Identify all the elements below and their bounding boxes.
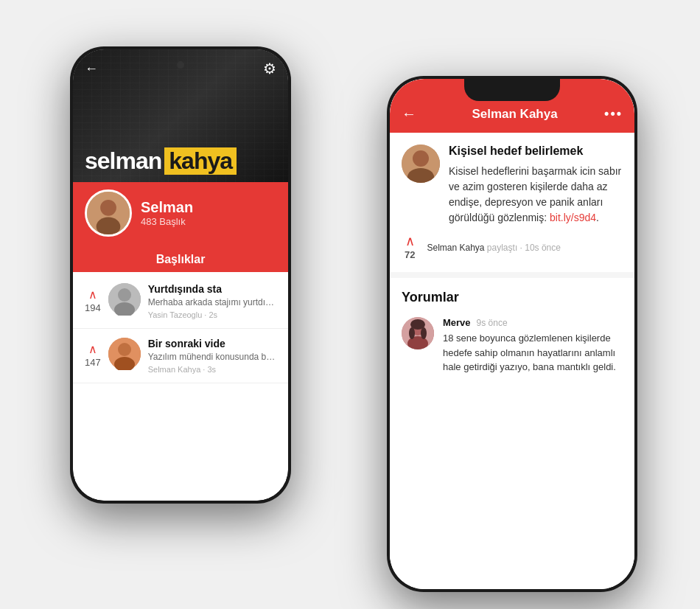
comment-text: 18 sene boyunca gözlemlenen kişilerde he… <box>443 331 623 375</box>
post-desc: Merhaba arkada stajımı yurtdışın istiyor… <box>148 297 276 307</box>
post-title: Yurtdışında sta <box>148 283 276 295</box>
svg-point-16 <box>409 327 415 339</box>
profile-name: Selman <box>141 199 193 216</box>
back-post-list: ∧ 194 Yurtdışında sta Mer <box>73 274 288 501</box>
comment-item: Merve 9s önce 18 sene boyunca gözlemlene… <box>402 317 623 375</box>
back-phone: ← ⚙ selman kahya <box>70 46 291 504</box>
post-vote-area[interactable]: ∧ 72 <box>405 234 415 260</box>
upvote-icon[interactable]: ∧ <box>88 344 97 355</box>
post-avatar <box>108 283 141 316</box>
brand-kahya: kahya <box>164 147 237 175</box>
brand-selman: selman <box>85 147 161 175</box>
post-author: Selman Kahya <box>427 243 484 253</box>
comment-avatar <box>402 317 434 349</box>
list-item[interactable]: ∧ 147 Bir sonraki vide Ya <box>73 329 288 383</box>
post-link[interactable]: bit.ly/s9d4 <box>550 212 596 223</box>
post-meta: Selman Kahya paylaştı · 10s önce <box>427 243 560 253</box>
vote-area[interactable]: ∧ 194 <box>85 289 101 313</box>
front-back-arrow-icon[interactable]: ← <box>402 105 416 122</box>
svg-point-10 <box>413 150 429 167</box>
front-phone: ← Selman Kahya ••• <box>387 76 637 592</box>
post-text: Kisisel hedeflerini başarmak icin sabır … <box>449 164 623 226</box>
back-arrow-icon[interactable]: ← <box>85 61 98 77</box>
comment-author: Merve <box>443 317 471 328</box>
basliklar-tab[interactable]: Başlıklar <box>73 247 288 274</box>
post-card: Kişisel hedef belirlemek Kisisel hedefle… <box>390 133 634 278</box>
post-title: Kişisel hedef belirlemek <box>449 145 623 158</box>
comment-content: Merve 9s önce 18 sene boyunca gözlemlene… <box>443 317 623 375</box>
svg-point-7 <box>118 343 131 356</box>
avatar <box>85 189 132 237</box>
front-header-title: Selman Kahya <box>425 107 604 122</box>
post-avatar <box>108 338 141 370</box>
post-meta: Selman Kahya · 3s <box>148 365 276 374</box>
comments-section: Yorumlar <box>390 278 634 398</box>
upvote-icon[interactable]: ∧ <box>88 289 97 301</box>
comment-meta: Merve 9s önce <box>443 317 623 328</box>
post-vote-count: 72 <box>405 249 415 260</box>
vote-count: 147 <box>85 357 101 368</box>
post-title: Bir sonraki vide <box>148 338 276 349</box>
front-notch <box>464 79 560 101</box>
post-meta: Yasin Tazeoglu · 2s <box>148 310 276 319</box>
post-content: Bir sonraki vide Yazılım mühendi konusun… <box>148 338 276 374</box>
post-content: Yurtdışında sta Merhaba arkada stajımı y… <box>148 283 276 319</box>
list-item[interactable]: ∧ 194 Yurtdışında sta Mer <box>73 274 288 329</box>
vote-count: 194 <box>85 302 101 313</box>
svg-point-4 <box>118 288 131 302</box>
back-phone-header-bg: ← ⚙ selman kahya <box>73 49 288 182</box>
back-profile-section: Selman 483 Başlık <box>73 182 288 247</box>
post-avatar <box>402 145 440 183</box>
camera-dot <box>177 61 184 69</box>
post-desc: Yazılım mühendi konusunda bir vi içeriği… <box>148 352 276 362</box>
comments-title: Yorumlar <box>402 290 623 305</box>
more-options-button[interactable]: ••• <box>604 106 623 122</box>
svg-point-17 <box>421 327 427 339</box>
profile-count: 483 Başlık <box>141 216 193 227</box>
vote-area[interactable]: ∧ 147 <box>85 344 101 368</box>
svg-point-1 <box>100 200 116 216</box>
post-action: paylaştı · 10s önce <box>487 243 561 253</box>
post-upvote-icon[interactable]: ∧ <box>405 234 415 248</box>
post-body: Kişisel hedef belirlemek Kisisel hedefle… <box>449 145 623 226</box>
post-footer: ∧ 72 Selman Kahya paylaştı · 10s önce <box>402 234 623 260</box>
front-content: Kişisel hedef belirlemek Kisisel hedefle… <box>390 133 634 589</box>
comment-time: 9s önce <box>477 318 508 328</box>
gear-icon[interactable]: ⚙ <box>263 60 276 77</box>
